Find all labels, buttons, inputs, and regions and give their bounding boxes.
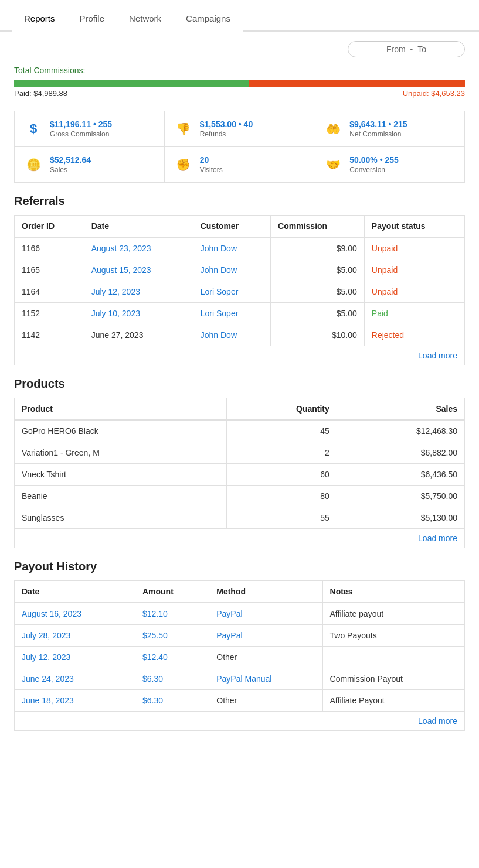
- stat-value-2: $9,643.11 • 215: [349, 119, 407, 129]
- payout-notes: Two Payouts: [322, 625, 464, 647]
- referral-orderid: 1142: [15, 324, 84, 346]
- referral-customer[interactable]: Lori Soper: [193, 281, 270, 303]
- referral-orderid: 1166: [15, 237, 84, 259]
- referral-status: Paid: [364, 303, 464, 324]
- referral-status: Unpaid: [364, 259, 464, 281]
- referral-status: Unpaid: [364, 237, 464, 259]
- payout-method: PayPal Manual: [209, 668, 322, 690]
- payout-date: June 24, 2023: [15, 668, 135, 690]
- unpaid-label: Unpaid: $4,653.23: [403, 89, 465, 98]
- stat-icon-1: 👎: [174, 121, 193, 136]
- date-range-row: From - To: [0, 32, 479, 57]
- referral-row: 1142 June 27, 2023 John Dow $10.00 Rejec…: [15, 324, 465, 346]
- product-name: Beanie: [15, 486, 227, 507]
- payout-method: Other: [209, 690, 322, 712]
- tc-labels-row: Paid: $4,989.88 Unpaid: $4,653.23: [14, 89, 465, 98]
- date-separator: -: [410, 45, 413, 54]
- products-section: Products ProductQuantitySales GoPro HERO…: [14, 377, 465, 548]
- payout-col-1: Amount: [135, 581, 209, 603]
- referral-commission: $9.00: [271, 237, 365, 259]
- referral-orderid: 1164: [15, 281, 84, 303]
- stat-label-1: Refunds: [200, 130, 253, 138]
- referral-orderid: 1152: [15, 303, 84, 324]
- referral-status: Unpaid: [364, 281, 464, 303]
- total-commissions-label: Total Commissions:: [14, 66, 465, 75]
- referral-date: June 27, 2023: [84, 324, 193, 346]
- referrals-load-more-row: Load more: [15, 346, 465, 365]
- payout-row: July 28, 2023 $25.50 PayPal Two Payouts: [15, 625, 465, 647]
- products-col-2: Sales: [337, 398, 464, 421]
- tab-bar: Reports Profile Network Campaigns: [0, 6, 479, 32]
- payout-col-2: Method: [209, 581, 322, 603]
- stats-grid: $ $11,196.11 • 255 Gross Commission 👎 $1…: [14, 111, 465, 183]
- referral-customer[interactable]: John Dow: [193, 259, 270, 281]
- payout-amount: $6.30: [135, 668, 209, 690]
- product-sales: $5,130.00: [337, 507, 464, 529]
- from-label: From: [386, 45, 406, 54]
- product-quantity: 60: [227, 464, 337, 486]
- payout-notes: Affiliate payout: [322, 603, 464, 625]
- payout-amount: $12.10: [135, 603, 209, 625]
- tab-network[interactable]: Network: [117, 6, 174, 32]
- stat-cell-3: 🪙 $52,512.64 Sales: [15, 147, 165, 182]
- payout-amount: $12.40: [135, 647, 209, 668]
- payout-method: PayPal: [209, 625, 322, 647]
- tab-reports[interactable]: Reports: [12, 6, 67, 32]
- referral-row: 1165 August 15, 2023 John Dow $5.00 Unpa…: [15, 259, 465, 281]
- referral-date: August 23, 2023: [84, 237, 193, 259]
- progress-paid: [14, 80, 249, 87]
- payout-date: July 12, 2023: [15, 647, 135, 668]
- payout-row: June 24, 2023 $6.30 PayPal Manual Commis…: [15, 668, 465, 690]
- referrals-load-more[interactable]: Load more: [418, 351, 457, 360]
- payout-date: August 16, 2023: [15, 603, 135, 625]
- referral-date: July 12, 2023: [84, 281, 193, 303]
- referral-date: July 10, 2023: [84, 303, 193, 324]
- stat-value-3: $52,512.64: [50, 155, 91, 165]
- referrals-table: Order IDDateCustomerCommissionPayout sta…: [14, 215, 465, 365]
- product-name: GoPro HERO6 Black: [15, 420, 227, 442]
- payout-date: June 18, 2023: [15, 690, 135, 712]
- payout-notes: Commission Payout: [322, 668, 464, 690]
- product-sales: $6,882.00: [337, 442, 464, 464]
- referrals-col-0: Order ID: [15, 216, 84, 238]
- stat-label-5: Conversion: [349, 166, 399, 174]
- referral-status: Rejected: [364, 324, 464, 346]
- product-quantity: 2: [227, 442, 337, 464]
- stat-label-3: Sales: [50, 166, 91, 174]
- products-load-more[interactable]: Load more: [418, 534, 457, 543]
- payout-col-0: Date: [15, 581, 135, 603]
- products-col-1: Quantity: [227, 398, 337, 421]
- payout-notes: [322, 647, 464, 668]
- payout-load-more-row: Load more: [15, 712, 465, 731]
- stat-cell-4: ✊ 20 Visitors: [165, 147, 315, 182]
- payout-history-table: DateAmountMethodNotes August 16, 2023 $1…: [14, 580, 465, 731]
- products-table: ProductQuantitySales GoPro HERO6 Black 4…: [14, 398, 465, 548]
- product-row: Variation1 - Green, M 2 $6,882.00: [15, 442, 465, 464]
- product-row: Vneck Tshirt 60 $6,436.50: [15, 464, 465, 486]
- referral-customer[interactable]: John Dow: [193, 324, 270, 346]
- referral-commission: $5.00: [271, 281, 365, 303]
- product-sales: $12,468.30: [337, 420, 464, 442]
- referrals-col-2: Customer: [193, 216, 270, 238]
- date-range-input[interactable]: From - To: [348, 41, 465, 57]
- stat-label-0: Gross Commission: [50, 130, 112, 138]
- tab-campaigns[interactable]: Campaigns: [174, 6, 243, 32]
- payout-history-section: Payout History DateAmountMethodNotes Aug…: [14, 560, 465, 731]
- product-quantity: 45: [227, 420, 337, 442]
- stat-label-4: Visitors: [200, 166, 223, 174]
- stat-value-1: $1,553.00 • 40: [200, 119, 253, 129]
- payout-history-title: Payout History: [14, 560, 465, 573]
- payout-method: Other: [209, 647, 322, 668]
- stat-icon-2: 🤲: [324, 121, 342, 136]
- referral-commission: $10.00: [271, 324, 365, 346]
- referrals-title: Referrals: [14, 194, 465, 208]
- payout-load-more[interactable]: Load more: [418, 716, 457, 726]
- referral-customer[interactable]: Lori Soper: [193, 303, 270, 324]
- payout-row: July 12, 2023 $12.40 Other: [15, 647, 465, 668]
- referral-customer[interactable]: John Dow: [193, 237, 270, 259]
- product-sales: $6,436.50: [337, 464, 464, 486]
- stat-value-0: $11,196.11 • 255: [50, 119, 112, 129]
- tab-profile[interactable]: Profile: [67, 6, 117, 32]
- product-quantity: 80: [227, 486, 337, 507]
- total-commissions-section: Total Commissions: Paid: $4,989.88 Unpai…: [0, 57, 479, 101]
